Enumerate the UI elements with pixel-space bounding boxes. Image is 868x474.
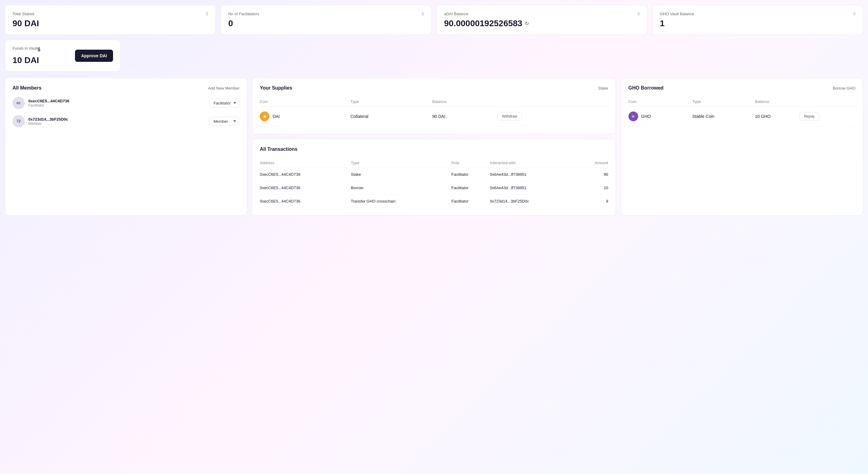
gho-borrowed-panel: GHO Borrowed Borrow GHO Coin Type Balanc… [621, 78, 863, 216]
tx-address-1: 0xecC6E5...44C4D736 [260, 181, 351, 195]
tx-role-2: Facilitator [452, 195, 490, 208]
tx-row: 0xecC6E5...44C4D736 Borrow Facilitator 0… [260, 181, 608, 195]
tx-row: 0xecC6E5...44C4D736 Stake Facilitator 0x… [260, 168, 608, 181]
tx-col-role: Role [452, 158, 490, 168]
supplies-col-coin: Coin [260, 97, 350, 106]
gho-coin-icon: G [628, 112, 638, 121]
avatar-0: ec [12, 97, 25, 109]
gho-balance-0: 10 GHO [755, 106, 799, 126]
gho-table: Coin Type Balance G GHO Stable Coin 10 G… [628, 97, 856, 126]
dai-icon: ◈ [260, 112, 270, 121]
transactions-title: All Transactions [260, 147, 298, 152]
supply-row: ◈ DAI Collateral 90 DAI Withdraw [260, 106, 608, 126]
supplies-col-type: Type [350, 97, 432, 106]
role-select-1[interactable]: FacilitatorMember [209, 117, 240, 126]
tx-interacted-2: 0x723d14...3bF25D0c [490, 195, 578, 208]
tx-role-0: Facilitator [452, 168, 490, 181]
supply-coin-0: ◈ DAI [260, 106, 350, 126]
stake-button[interactable]: Stake [598, 86, 608, 91]
dollar-icon-2: $ [637, 11, 640, 16]
refresh-icon[interactable]: ↻ [525, 21, 529, 27]
stat-value-2: 90.00000192526583 ↻ [444, 19, 640, 28]
borrow-gho-button[interactable]: Borrow GHO [833, 86, 856, 91]
member-role-label-1: Member [28, 122, 206, 126]
gho-header: GHO Borrowed Borrow GHO [628, 85, 856, 91]
transactions-header: All Transactions [260, 147, 608, 152]
member-role-label-0: Facilitator [28, 103, 206, 107]
tx-col-amount: Amount [578, 158, 608, 168]
gho-coin-0: G GHO [628, 106, 692, 126]
gho-col-type: Type [692, 97, 755, 106]
stat-value-1: 0 [228, 19, 424, 28]
tx-address-2: 0xecC6E5...44C4D736 [260, 195, 351, 208]
supplies-header: Your Supplies Stake [260, 85, 608, 91]
stat-value-0: 90 DAI [12, 19, 208, 28]
supplies-col-balance: Balance [432, 97, 497, 106]
withdraw-button[interactable]: Withdraw [497, 112, 522, 121]
member-info-0: 0xecC6E5...44C4D736 Facilitator [28, 99, 206, 107]
center-column: Your Supplies Stake Coin Type Balance ◈ … [252, 78, 616, 216]
vault-card: Funds in Vault $ 10 DAI Approve DAI [5, 40, 121, 71]
your-supplies-panel: Your Supplies Stake Coin Type Balance ◈ … [252, 78, 616, 134]
tx-row: 0xecC6E5...44C4D736 Transfer GHO crossch… [260, 195, 608, 208]
gho-action-0: Repay [799, 106, 856, 126]
tx-role-1: Facilitator [452, 181, 490, 195]
all-members-title: All Members [12, 85, 41, 91]
tx-col-address: Address [260, 158, 351, 168]
vault-label: Funds in Vault [12, 46, 37, 51]
stat-card-3: GHO Vault Balance $ 1 [652, 5, 863, 35]
tx-amount-0: 90 [578, 168, 608, 181]
stat-label-1: No of Facilatators $ [228, 11, 424, 16]
tx-type-1: Borrow [351, 181, 452, 195]
stat-label-3: GHO Vault Balance $ [660, 11, 856, 16]
tx-interacted-0: 0x6Ae43d...ff738951 [490, 168, 578, 181]
tx-interacted-1: 0x6Ae43d...ff738951 [490, 181, 578, 195]
dollar-icon-0: $ [206, 11, 208, 16]
member-item: ec 0xecC6E5...44C4D736 Facilitator Facil… [12, 97, 240, 109]
vault-dollar-icon: $ [37, 47, 40, 53]
all-members-panel: All Members Add New Member ec 0xecC6E5..… [5, 78, 247, 216]
member-address-0: 0xecC6E5...44C4D736 [28, 99, 206, 103]
stat-card-0: Total Staked $ 90 DAI [5, 5, 216, 35]
avatar-1: 72 [12, 115, 25, 127]
dollar-icon-3: $ [853, 11, 856, 16]
tx-address-0: 0xecC6E5...44C4D736 [260, 168, 351, 181]
supply-type-0: Collateral [350, 106, 432, 126]
stat-label-2: aDAI Balance $ [444, 11, 640, 16]
member-item: 72 0x723d14...3bF25D0c Member Facilitato… [12, 115, 240, 127]
stat-value-3: 1 [660, 19, 856, 28]
members-list: ec 0xecC6E5...44C4D736 Facilitator Facil… [12, 97, 240, 127]
supply-balance-0: 90 DAI [432, 106, 497, 126]
gho-title: GHO Borrowed [628, 85, 664, 91]
stat-label-0: Total Staked $ [12, 11, 208, 16]
tx-amount-1: 10 [578, 181, 608, 195]
tx-amount-2: 9 [578, 195, 608, 208]
supplies-title: Your Supplies [260, 85, 292, 91]
member-address-1: 0x723d14...3bF25D0c [28, 117, 206, 122]
vault-value: 10 DAI [12, 56, 40, 65]
tx-type-0: Stake [351, 168, 452, 181]
gho-col-coin: Coin [628, 97, 692, 106]
all-transactions-panel: All Transactions Address Type Role Inter… [252, 139, 616, 216]
gho-col-balance: Balance [755, 97, 799, 106]
transactions-table: Address Type Role Interacted with Amount… [260, 158, 608, 208]
tx-type-2: Transfer GHO crosschain [351, 195, 452, 208]
dollar-icon-1: $ [422, 11, 424, 16]
gho-row: G GHO Stable Coin 10 GHO Repay [628, 106, 856, 126]
role-select-0[interactable]: FacilitatorMember [209, 99, 240, 107]
member-info-1: 0x723d14...3bF25D0c Member [28, 117, 206, 126]
stat-card-2: aDAI Balance $ 90.00000192526583 ↻ [436, 5, 647, 35]
approve-dai-button[interactable]: Approve DAI [75, 50, 113, 62]
stat-card-1: No of Facilatators $ 0 [221, 5, 432, 35]
supplies-table: Coin Type Balance ◈ DAI Collateral 90 DA… [260, 97, 608, 126]
gho-type-0: Stable Coin [692, 106, 755, 126]
tx-col-type: Type [351, 158, 452, 168]
add-new-member-button[interactable]: Add New Member [208, 86, 240, 91]
top-stats-row: Total Staked $ 90 DAI No of Facilatators… [5, 5, 863, 35]
main-grid: All Members Add New Member ec 0xecC6E5..… [5, 78, 863, 216]
repay-button[interactable]: Repay [799, 112, 819, 121]
supply-action-0: Withdraw [497, 106, 608, 126]
tx-col-interacted: Interacted with [490, 158, 578, 168]
all-members-header: All Members Add New Member [12, 85, 240, 91]
